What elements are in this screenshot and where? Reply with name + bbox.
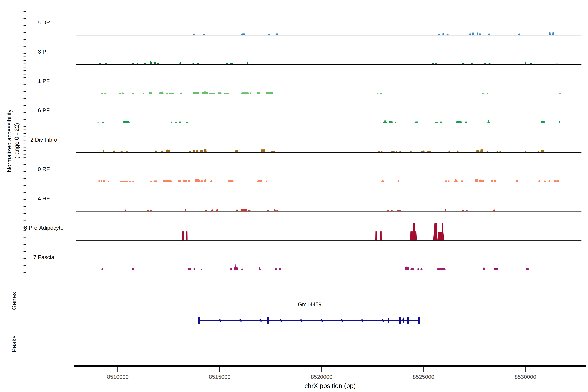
x-axis-tick-label: 8530000 xyxy=(499,374,552,380)
coverage-peak xyxy=(276,34,278,35)
coverage-peak xyxy=(389,121,393,123)
coverage-peak xyxy=(166,150,170,152)
strand-direction-chevron-icon: < xyxy=(401,317,404,324)
gene-body-line xyxy=(199,320,420,321)
coverage-peak xyxy=(192,63,194,64)
coverage-peak xyxy=(457,150,459,152)
coverage-peak xyxy=(465,122,468,123)
coverage-peak xyxy=(466,210,468,211)
coverage-peak xyxy=(487,120,490,123)
coverage-peak xyxy=(554,180,557,182)
track-label-3-PF: 3 PF xyxy=(4,48,83,55)
coverage-peak xyxy=(470,34,472,35)
x-axis-tick xyxy=(525,367,526,372)
x-axis-line xyxy=(74,365,586,367)
track-baseline-7-Fascia xyxy=(76,270,582,270)
track-label-8-Pre-Adipocyte: 8 Pre-Adipocyte xyxy=(4,224,83,231)
coverage-peak xyxy=(102,268,103,270)
coverage-peak xyxy=(170,122,173,123)
coverage-peak xyxy=(154,150,157,152)
y-axis-tick xyxy=(24,88,26,88)
genes-section-bracket xyxy=(26,278,26,324)
y-axis-tick xyxy=(24,216,26,217)
strand-direction-chevron-icon: < xyxy=(278,317,282,324)
strand-direction-chevron-icon: < xyxy=(258,317,262,324)
coverage-peak xyxy=(247,62,249,64)
coverage-peak xyxy=(147,210,149,211)
coverage-peak xyxy=(448,150,450,152)
y-axis-tick xyxy=(24,154,26,154)
strand-direction-chevron-icon: < xyxy=(360,317,364,324)
y-axis-tick xyxy=(24,95,26,96)
y-axis-tick xyxy=(24,46,26,46)
y-axis-tick xyxy=(24,203,26,203)
coverage-peak xyxy=(524,150,526,152)
coverage-peak xyxy=(476,150,480,152)
coverage-peak xyxy=(436,122,438,123)
x-axis-tick-label: 8515000 xyxy=(194,374,246,380)
coverage-peak xyxy=(196,63,199,64)
coverage-peak xyxy=(494,268,498,270)
track-label-1-PF: 1 PF xyxy=(4,78,83,84)
coverage-peak xyxy=(381,152,382,152)
coverage-peak xyxy=(102,150,105,152)
coverage-peak xyxy=(488,63,491,64)
coverage-peak xyxy=(241,92,249,94)
coverage-plot-figure: Normalized accessibility (range 0 - 22) … xyxy=(0,0,588,392)
coverage-peak xyxy=(479,34,481,35)
coverage-peak xyxy=(204,178,206,182)
coverage-peak xyxy=(126,151,128,152)
y-axis-tick xyxy=(24,175,26,175)
coverage-peak xyxy=(471,63,473,64)
coverage-peak xyxy=(555,64,558,64)
coverage-peak xyxy=(442,223,443,240)
y-axis-tick xyxy=(24,70,26,71)
coverage-peak xyxy=(524,62,526,64)
coverage-peak xyxy=(448,180,450,182)
coverage-peak xyxy=(193,150,195,152)
x-axis-tick xyxy=(118,367,118,372)
coverage-peak xyxy=(538,180,540,182)
coverage-peak xyxy=(420,268,423,270)
coverage-peak xyxy=(383,120,387,123)
peaks-section-bracket xyxy=(26,332,26,355)
x-axis-tick xyxy=(423,367,424,372)
y-axis-tick xyxy=(24,36,26,36)
coverage-peak xyxy=(102,122,104,123)
coverage-peak xyxy=(399,152,401,152)
y-axis-tick xyxy=(24,102,26,102)
track-label-4-RF: 4 RF xyxy=(4,195,83,202)
y-axis-tick xyxy=(24,56,26,57)
coverage-peak xyxy=(154,180,157,182)
coverage-peak xyxy=(241,268,243,270)
y-axis-tick xyxy=(24,185,26,186)
coverage-peak xyxy=(538,151,539,152)
coverage-peak xyxy=(557,180,559,182)
coverage-peak xyxy=(549,32,551,35)
coverage-peak xyxy=(398,180,399,182)
coverage-peak xyxy=(267,210,269,211)
coverage-peak xyxy=(437,268,446,270)
gene-exon xyxy=(399,317,401,324)
coverage-peak xyxy=(179,62,182,64)
track-baseline-2-Div-Fibro xyxy=(76,152,582,153)
coverage-peak xyxy=(193,34,195,35)
coverage-peak xyxy=(381,179,384,182)
coverage-peak xyxy=(559,121,560,123)
coverage-peak xyxy=(268,34,270,35)
coverage-peak xyxy=(218,92,222,94)
coverage-peak xyxy=(486,151,488,152)
coverage-peak xyxy=(404,267,409,270)
y-axis-tick xyxy=(24,206,26,206)
coverage-peak xyxy=(544,180,546,182)
y-axis-tick xyxy=(24,39,26,40)
y-axis-tick xyxy=(24,220,26,220)
coverage-peak xyxy=(380,93,382,94)
coverage-peak xyxy=(142,93,144,94)
y-axis-tick xyxy=(24,116,26,116)
coverage-peak xyxy=(132,92,134,94)
coverage-peak xyxy=(226,63,228,64)
coverage-peak xyxy=(491,180,493,182)
gene-exon xyxy=(388,318,389,324)
y-axis-tick xyxy=(24,18,26,19)
